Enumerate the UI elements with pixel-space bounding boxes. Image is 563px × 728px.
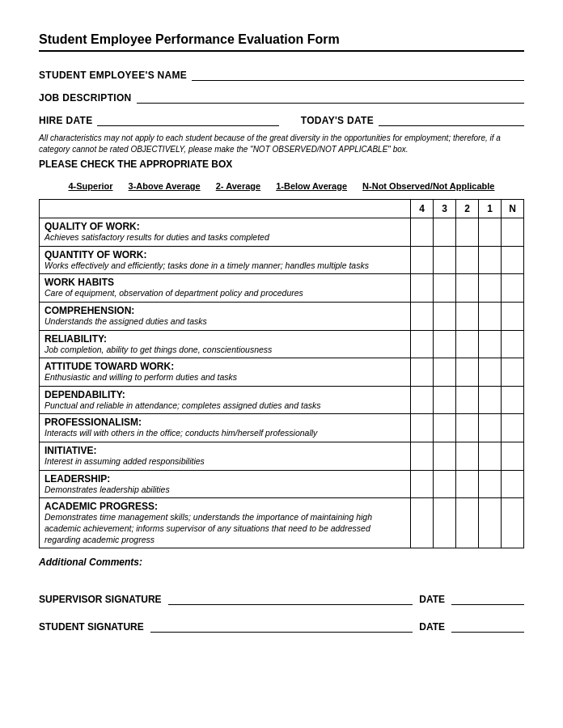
row-initiative-title: INITIATIVE: [44,445,405,456]
row-reliability-1 [479,330,502,358]
header-2: 2 [456,200,479,218]
evaluation-table: 4 3 2 1 N QUALITY OF WORK: Achieves sati… [39,199,524,548]
row-dependability-1 [479,386,502,414]
job-description-label: JOB DESCRIPTION [39,92,132,104]
row-professionalism-2 [456,414,479,442]
row-professionalism-4 [411,414,434,442]
hire-date-line [97,113,279,126]
table-row: QUALITY OF WORK: Achieves satisfactory r… [40,218,524,247]
row-initiative-4 [411,442,434,471]
row-quantity-n [502,246,524,274]
row-dependability-subtitle: Punctual and reliable in attendance; com… [44,400,405,412]
row-academic-content: ACADEMIC PROGRESS: Demonstrates time man… [40,498,411,548]
scale-3: 3-Above Average [129,181,201,191]
row-attitude-content: ATTITUDE TOWARD WORK: Enthusiastic and w… [40,358,411,387]
row-professionalism-1 [479,414,502,442]
row-leadership-2 [456,470,479,498]
todays-date-line [379,113,524,126]
student-date-label: DATE [419,621,445,633]
row-academic-1 [479,498,502,548]
table-row: DEPENDABILITY: Punctual and reliable in … [40,386,524,414]
row-initiative-1 [479,442,502,471]
row-quantity-content: QUANTITY OF WORK: Works effectively and … [40,246,411,274]
row-quantity-4 [411,246,434,274]
student-name-label: STUDENT EMPLOYEE'S NAME [39,70,187,81]
row-comprehension-n [502,302,524,330]
row-workhabits-3 [434,274,456,303]
table-row: ACADEMIC PROGRESS: Demonstrates time man… [40,498,524,548]
row-dependability-2 [456,386,479,414]
row-academic-2 [456,498,479,548]
row-dependability-n [502,386,524,414]
row-academic-title: ACADEMIC PROGRESS: [44,501,405,512]
row-comprehension-2 [456,302,479,330]
job-description-line [137,91,524,104]
row-reliability-3 [434,330,456,358]
row-professionalism-subtitle: Interacts will with others in the office… [44,428,405,439]
row-quantity-1 [479,246,502,274]
scale-n: N-Not Observed/Not Applicable [362,181,494,191]
student-date-line [451,620,524,633]
table-row: WORK HABITS Care of equipment, observati… [40,274,524,303]
row-initiative-3 [434,442,456,471]
row-attitude-4 [411,358,434,387]
row-quality-title: QUALITY OF WORK: [44,221,405,232]
row-quantity-title: QUANTITY OF WORK: [44,249,405,260]
table-row: PROFESSIONALISM: Interacts will with oth… [40,414,524,442]
row-comprehension-1 [479,302,502,330]
scale-2: 2- Average [216,181,260,191]
supervisor-date-line [451,592,524,605]
row-attitude-subtitle: Enthusiastic and willing to perform duti… [44,372,405,383]
check-notice: PLEASE CHECK THE APPROPRIATE BOX [39,159,524,170]
header-n: N [502,200,524,218]
supervisor-date-label: DATE [419,594,445,605]
scale-4: 4-Superior [69,181,113,191]
rating-scale: 4-Superior 3-Above Average 2- Average 1-… [39,181,524,191]
row-reliability-subtitle: Job completion, ability to get things do… [44,345,405,356]
row-reliability-title: RELIABILITY: [44,333,405,345]
todays-date-label: TODAY'S DATE [301,115,374,126]
row-leadership-n [502,470,524,498]
form-title: Student Employee Performance Evaluation … [39,32,524,52]
row-leadership-subtitle: Demonstrates leadership abilities [44,485,405,496]
table-row: LEADERSHIP: Demonstrates leadership abil… [40,470,524,498]
row-workhabits-subtitle: Care of equipment, observation of depart… [44,288,405,299]
job-description-field: JOB DESCRIPTION [39,91,524,104]
notice-text: All characteristics may not apply to eac… [39,133,524,155]
row-professionalism-title: PROFESSIONALISM: [44,417,405,428]
row-workhabits-1 [479,274,502,303]
date-row: HIRE DATE TODAY'S DATE [39,113,524,126]
row-quantity-2 [456,246,479,274]
row-professionalism-content: PROFESSIONALISM: Interacts will with oth… [40,414,411,442]
student-sig-row: STUDENT SIGNATURE DATE [39,620,524,633]
student-name-line [192,68,524,81]
row-reliability-content: RELIABILITY: Job completion, ability to … [40,330,411,358]
table-row: INITIATIVE: Interest in assuming added r… [40,442,524,471]
student-name-field: STUDENT EMPLOYEE'S NAME [39,68,524,81]
row-academic-4 [411,498,434,548]
row-workhabits-n [502,274,524,303]
row-leadership-content: LEADERSHIP: Demonstrates leadership abil… [40,470,411,498]
supervisor-sig-label: SUPERVISOR SIGNATURE [39,594,162,605]
hire-date-group: HIRE DATE [39,113,279,126]
row-workhabits-2 [456,274,479,303]
row-leadership-3 [434,470,456,498]
row-dependability-4 [411,386,434,414]
student-sig-line [150,620,413,633]
todays-date-group: TODAY'S DATE [284,113,524,126]
table-row: COMPREHENSION: Understands the assigned … [40,302,524,330]
row-comprehension-subtitle: Understands the assigned duties and task… [44,316,405,328]
row-workhabits-content: WORK HABITS Care of equipment, observati… [40,274,411,303]
row-dependability-3 [434,386,456,414]
supervisor-sig-row: SUPERVISOR SIGNATURE DATE [39,592,524,605]
hire-date-label: HIRE DATE [39,115,92,126]
row-dependability-title: DEPENDABILITY: [44,389,405,400]
row-reliability-n [502,330,524,358]
row-initiative-n [502,442,524,471]
row-academic-3 [434,498,456,548]
row-initiative-subtitle: Interest in assuming added responsibilit… [44,456,405,468]
student-sig-label: STUDENT SIGNATURE [39,621,144,633]
row-reliability-4 [411,330,434,358]
row-workhabits-4 [411,274,434,303]
table-header-row: 4 3 2 1 N [40,200,524,218]
